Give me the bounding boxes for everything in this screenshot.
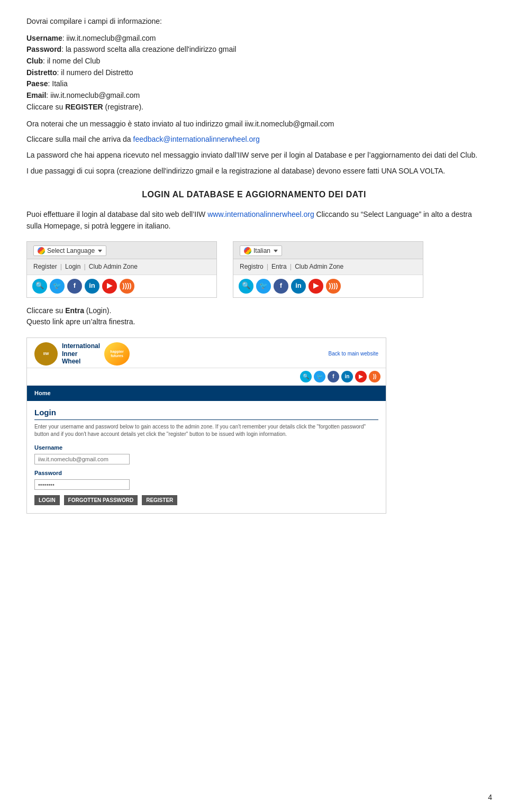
- facebook-icon[interactable]: f: [67, 279, 82, 294]
- iiw-text-logo: International Inner Wheel: [62, 342, 100, 365]
- google-icon: [38, 247, 45, 254]
- screenshot-nav-right: Italian: [233, 242, 423, 259]
- intro-text: Dovrai compilare i campi di informazione…: [26, 17, 162, 25]
- menu-entra-link[interactable]: Entra: [271, 262, 287, 272]
- feedback-email-link[interactable]: feedback@internationalinnerwheel.org: [133, 135, 260, 143]
- youtube-icon[interactable]: ▶: [102, 279, 117, 294]
- password-label: Password: [26, 45, 61, 53]
- youtube-icon-right[interactable]: ▶: [309, 279, 323, 294]
- screenshot-menu-bar-left: Register | Login | Club Admin Zone: [27, 259, 216, 275]
- email-label: Email: [26, 91, 46, 99]
- password-msg-paragraph: La password che hai appena ricevuto nel …: [26, 150, 482, 161]
- login-body: Login Enter your username and password b…: [27, 401, 386, 513]
- screenshots-row: Select Language Register | Login | Club …: [26, 241, 482, 297]
- iiw-website-link[interactable]: www.internationalinnerwheel.org: [207, 210, 314, 218]
- login-logo-area: IIW International Inner Wheel happierfut…: [34, 342, 130, 366]
- translate-arrow-icon: [98, 250, 102, 252]
- search-icon[interactable]: 🔍: [32, 279, 47, 294]
- intro-paragraph: Dovrai compilare i campi di informazione…: [26, 16, 482, 28]
- facebook-icon-right[interactable]: f: [274, 279, 288, 294]
- italian-button[interactable]: Italian: [240, 245, 282, 256]
- social-icons-bar-left: 🔍 🐦 f in ▶ )))): [27, 275, 216, 297]
- menu-clubadmin-right-link[interactable]: Club Admin Zone: [295, 262, 343, 272]
- register-suffix: (registrare).: [103, 103, 143, 111]
- distretto-desc: : il numero del Distretto: [57, 68, 133, 77]
- due-passaggi-text: I due passaggi di cui sopra (creazione d…: [26, 167, 445, 175]
- rss-icon-right[interactable]: )))): [326, 279, 341, 294]
- menu-sep-3: |: [267, 261, 268, 272]
- puoi-text1: Puoi effettuare il login al database dal…: [26, 210, 207, 218]
- menu-registro-link[interactable]: Registro: [240, 262, 264, 272]
- happier-futures-logo: happierfutures: [104, 342, 130, 366]
- translate-arrow-icon-right: [274, 250, 278, 252]
- register-bold: REGISTER: [65, 103, 103, 111]
- login-nav-bar: Home: [27, 386, 386, 401]
- cliccare-paragraph: Cliccare sulla mail che arriva da feedba…: [26, 134, 482, 145]
- club-label: Club: [26, 57, 43, 65]
- main-content: Dovrai compilare i campi di informazione…: [26, 16, 482, 514]
- login-facebook-icon[interactable]: f: [328, 371, 339, 382]
- iiw-logo-circle: IIW: [34, 342, 58, 366]
- login-linkedin-icon[interactable]: in: [341, 371, 353, 382]
- select-language-button[interactable]: Select Language: [33, 245, 106, 256]
- italian-label: Italian: [253, 247, 270, 254]
- password-msg-text: La password che hai appena ricevuto nel …: [26, 151, 477, 159]
- twitter-icon[interactable]: 🐦: [50, 279, 65, 294]
- questo-link-text: Questo link apre un’altra finestra.: [26, 317, 135, 326]
- club-desc: : il nome del Club: [43, 57, 100, 65]
- menu-register-link[interactable]: Register: [33, 262, 57, 272]
- login-screenshot: IIW International Inner Wheel happierfut…: [26, 337, 386, 514]
- fields-paragraph: Username: iiw.it.nomeclub@gmail.com Pass…: [26, 33, 482, 113]
- puoi-paragraph: Puoi effettuare il login al database dal…: [26, 209, 482, 232]
- email-value: iiw.it.nomeclub@gmail.com: [50, 91, 140, 99]
- forgotten-password-button[interactable]: FORGOTTEN PASSWORD: [64, 495, 138, 505]
- cliccare-entra-text2: (Login).: [84, 306, 111, 315]
- register-instruction: Cliccare su: [26, 103, 65, 111]
- login-youtube-icon[interactable]: ▶: [355, 371, 367, 382]
- menu-sep-1: |: [60, 261, 62, 272]
- section-title: LOGIN AL DATABASE E AGGIORNAMENTO DEI DA…: [26, 188, 482, 202]
- cliccare-entra-paragraph: Cliccare su Entra (Login). Questo link a…: [26, 305, 482, 328]
- rss-icon[interactable]: )))): [120, 279, 134, 294]
- login-desc: Enter your username and password below t…: [34, 423, 378, 438]
- ora-paragraph: Ora noterai che un messaggio è stato inv…: [26, 118, 482, 130]
- linkedin-icon-right[interactable]: in: [291, 279, 306, 294]
- select-language-label: Select Language: [47, 247, 95, 254]
- menu-login-link[interactable]: Login: [65, 262, 80, 272]
- username-field-label: Username: [34, 443, 378, 452]
- home-nav-item[interactable]: Home: [34, 390, 51, 396]
- screenshot-menu-bar-right: Registro | Entra | Club Admin Zone: [233, 259, 423, 275]
- distretto-label: Distretto: [26, 68, 57, 77]
- login-rss-icon[interactable]: )): [369, 371, 380, 382]
- username-label: Username: [26, 34, 62, 42]
- login-twitter-icon[interactable]: 🐦: [314, 371, 325, 382]
- screenshot-panel-right: Italian Registro | Entra | Club Admin Zo…: [233, 241, 423, 297]
- password-input[interactable]: [34, 479, 130, 490]
- login-button[interactable]: LOGIN: [34, 495, 60, 505]
- username-value: iiw.it.nomeclub@gmail.com: [66, 34, 156, 42]
- login-social-bar: 🔍 🐦 f in ▶ )): [27, 368, 386, 386]
- search-icon-right[interactable]: 🔍: [239, 279, 253, 294]
- password-field-label: Password: [34, 469, 378, 478]
- screenshot-panel-left: Select Language Register | Login | Club …: [26, 241, 217, 297]
- social-icons-bar-right: 🔍 🐦 f in ▶ )))): [233, 275, 423, 297]
- paese-label: Paese: [26, 79, 48, 88]
- password-desc: : la password scelta alla creazione dell…: [61, 45, 236, 53]
- entra-bold: Entra: [65, 306, 84, 315]
- menu-sep-2: |: [84, 261, 85, 272]
- register-button[interactable]: REGISTER: [142, 495, 177, 505]
- login-section-title: Login: [34, 406, 378, 420]
- login-search-icon[interactable]: 🔍: [300, 371, 312, 382]
- screenshot-nav-left: Select Language: [27, 242, 216, 259]
- paese-value: Italia: [52, 79, 68, 88]
- back-to-main-link[interactable]: Back to main website: [329, 350, 379, 358]
- cliccare-text1: Cliccare sulla mail che arriva da: [26, 135, 133, 143]
- menu-clubadmin-link[interactable]: Club Admin Zone: [89, 262, 138, 272]
- google-icon-right: [244, 247, 251, 254]
- twitter-icon-right[interactable]: 🐦: [256, 279, 271, 294]
- cliccare-entra-text1: Cliccare su: [26, 306, 65, 315]
- due-passaggi-paragraph: I due passaggi di cui sopra (creazione d…: [26, 166, 482, 177]
- login-header: IIW International Inner Wheel happierfut…: [27, 338, 386, 368]
- username-input[interactable]: [34, 454, 130, 464]
- linkedin-icon[interactable]: in: [85, 279, 99, 294]
